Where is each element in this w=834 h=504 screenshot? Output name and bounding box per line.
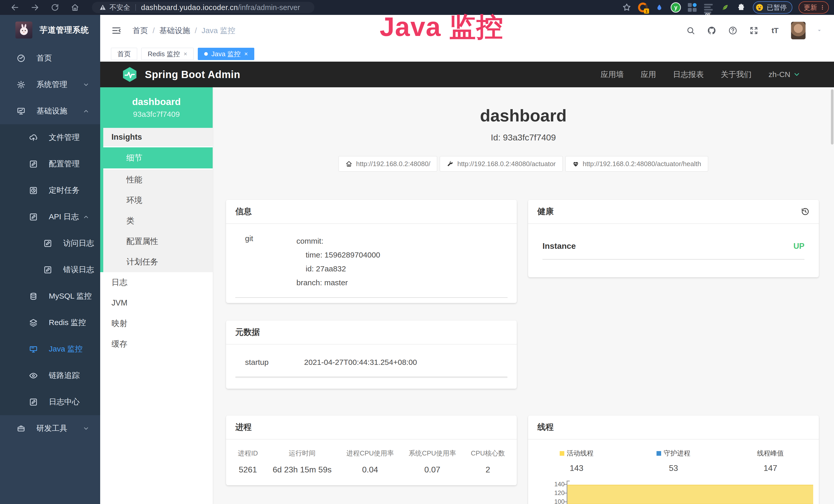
- process-card-title: 进程: [235, 421, 252, 433]
- extension-drop-icon[interactable]: [654, 2, 664, 13]
- address-bar[interactable]: 不安全 dashboard.yudao.iocoder.cn/infra/adm…: [92, 2, 314, 13]
- sba-nav-applications[interactable]: 应用: [641, 69, 656, 80]
- sidebar-item-label: 配置管理: [49, 159, 80, 169]
- extension-grid-icon[interactable]: [687, 2, 697, 13]
- process-col-cores: CPU核心数 2: [471, 449, 505, 475]
- menu-item-jvm[interactable]: JVM: [100, 293, 213, 313]
- reload-button[interactable]: [50, 2, 60, 13]
- sba-logo-icon[interactable]: [121, 66, 138, 83]
- info-divider: [235, 297, 507, 298]
- extension-orange-icon[interactable]: 1: [638, 2, 648, 13]
- breadcrumb-infra[interactable]: 基础设施: [159, 25, 190, 36]
- browser-update-button[interactable]: 更新: [798, 1, 829, 14]
- actuator-url-button[interactable]: http://192.168.0.2:48080/actuator: [440, 156, 563, 171]
- sidebar-item-error-log[interactable]: 错误日志: [0, 256, 100, 283]
- service-url-button[interactable]: http://192.168.0.2:48080/: [338, 156, 437, 171]
- sidebar-item-home[interactable]: 首页: [0, 45, 100, 71]
- profile-paused-pill[interactable]: 已暂停: [753, 1, 792, 14]
- extension-on-icon[interactable]: on: [704, 2, 714, 13]
- git-id-line: id: 27aa832: [297, 262, 380, 276]
- sidebar-item-java-monitor[interactable]: Java 监控: [0, 336, 100, 362]
- log-edit-icon: [29, 397, 38, 407]
- sidebar-item-access-log[interactable]: 访问日志: [0, 230, 100, 256]
- instance-links: http://192.168.0.2:48080/ http://192.168…: [213, 156, 834, 171]
- menu-item-logs[interactable]: 日志: [100, 272, 213, 293]
- instance-header[interactable]: dashboard 93a3fc7f7409: [100, 87, 213, 128]
- sba-nav-wallboard[interactable]: 应用墙: [600, 69, 623, 80]
- legend-live-threads: 活动线程: [528, 449, 625, 458]
- process-col-uptime: 运行时间 6d 23h 15m 59s: [272, 449, 332, 475]
- sidebar-item-config-manage[interactable]: 配置管理: [0, 151, 100, 177]
- menu-item-details[interactable]: 细节: [103, 147, 213, 169]
- app-title: 芋道管理系统: [40, 25, 89, 36]
- info-card-body: git commit: time: 1596289704000 id: 27aa…: [226, 224, 517, 298]
- avatar-caret-down-icon[interactable]: [816, 28, 822, 33]
- menu-item-config-props[interactable]: 配置属性: [103, 231, 213, 252]
- sidebar-item-system[interactable]: 系统管理: [0, 71, 100, 98]
- health-url-button[interactable]: http://192.168.0.2:48080/actuator/health: [565, 156, 708, 171]
- sba-nav-journal[interactable]: 日志报表: [673, 69, 704, 80]
- sidebar-item-tracing[interactable]: 链路追踪: [0, 362, 100, 389]
- menu-item-environment[interactable]: 环境: [103, 190, 213, 210]
- sidebar-item-file-manage[interactable]: 文件管理: [0, 124, 100, 151]
- instance-title: dashboard: [213, 106, 834, 125]
- sba-main: dashboard Id: 93a3fc7f7409 http://192.16…: [213, 87, 834, 504]
- health-divider: [543, 259, 805, 259]
- extension-leaf-icon[interactable]: [720, 2, 730, 13]
- threads-values: 143 53 147: [528, 463, 819, 473]
- extension-y-icon[interactable]: y: [671, 2, 681, 13]
- instance-id-line: Id: 93a3fc7f7409: [213, 133, 834, 142]
- fullscreen-icon[interactable]: [749, 25, 759, 36]
- security-label: 不安全: [109, 3, 130, 12]
- sidebar-item-redis-monitor[interactable]: Redis 监控: [0, 310, 100, 336]
- tab-close-icon[interactable]: ×: [184, 50, 187, 58]
- avatar[interactable]: [791, 22, 806, 40]
- extensions-puzzle-icon[interactable]: [737, 2, 747, 13]
- y-tick: 120: [549, 489, 565, 497]
- legend-daemon-threads: 守护进程: [625, 449, 722, 458]
- health-instance-row[interactable]: Instance UP: [537, 234, 810, 251]
- sidebar-item-scheduled-jobs[interactable]: 定时任务: [0, 177, 100, 204]
- sidebar-item-api-log[interactable]: API 日志: [0, 204, 100, 230]
- github-icon[interactable]: [707, 25, 717, 36]
- menu-item-scheduled-tasks[interactable]: 计划任务: [103, 252, 213, 272]
- actuator-url: http://192.168.0.2:48080/actuator: [457, 160, 555, 168]
- sidebar-item-log-center[interactable]: 日志中心: [0, 389, 100, 415]
- sidebar-item-infra[interactable]: 基础设施: [0, 98, 100, 124]
- tab-label: Java 监控: [212, 49, 241, 59]
- sidebar-item-label: API 日志: [49, 211, 79, 222]
- scrollbar-thumb[interactable]: [831, 89, 833, 144]
- breadcrumb-home[interactable]: 首页: [133, 25, 148, 36]
- tab-home[interactable]: 首页: [111, 48, 137, 60]
- menu-item-caches[interactable]: 缓存: [100, 334, 213, 354]
- service-url: http://192.168.0.2:48080/: [356, 160, 430, 168]
- sidebar-item-mysql-monitor[interactable]: MySQL 监控: [0, 283, 100, 310]
- bookmark-star-icon[interactable]: [622, 3, 632, 12]
- sidebar-menu: 首页 系统管理 基础设施 文件管理 配置管理: [0, 45, 100, 442]
- tab-close-icon[interactable]: ×: [244, 50, 248, 58]
- sidebar-item-dev-tools[interactable]: 研发工具: [0, 415, 100, 442]
- sba-nav-about[interactable]: 关于我们: [721, 69, 751, 80]
- threads-card-title: 线程: [537, 421, 554, 433]
- menu-item-classes[interactable]: 类: [103, 210, 213, 231]
- menu-item-mappings[interactable]: 映射: [100, 313, 213, 334]
- sba-brand[interactable]: Spring Boot Admin: [145, 69, 240, 81]
- back-button[interactable]: [10, 2, 20, 13]
- app-logo-row[interactable]: 芋道管理系统: [0, 15, 100, 45]
- sidebar-item-label: 文件管理: [49, 132, 80, 143]
- sba-language-select[interactable]: zh-CN: [768, 70, 800, 79]
- forward-button[interactable]: [30, 2, 40, 13]
- gauge-icon: [17, 54, 26, 63]
- browser-home-button[interactable]: [70, 2, 80, 13]
- sidebar-collapse-icon[interactable]: [111, 25, 122, 36]
- search-icon[interactable]: [685, 25, 696, 36]
- menu-item-metrics[interactable]: 性能: [103, 169, 213, 190]
- sidebar-item-label: 基础设施: [37, 106, 67, 116]
- font-size-icon[interactable]: tT: [770, 25, 780, 36]
- help-icon[interactable]: [728, 25, 738, 36]
- tab-java-monitor[interactable]: Java 监控 ×: [198, 48, 254, 60]
- history-icon[interactable]: [801, 207, 810, 216]
- instance-id: 93a3fc7f7409: [133, 110, 180, 119]
- tab-redis-monitor[interactable]: Redis 监控 ×: [141, 48, 194, 60]
- process-col-proc-cpu: 进程CPU使用率 0.04: [346, 449, 394, 475]
